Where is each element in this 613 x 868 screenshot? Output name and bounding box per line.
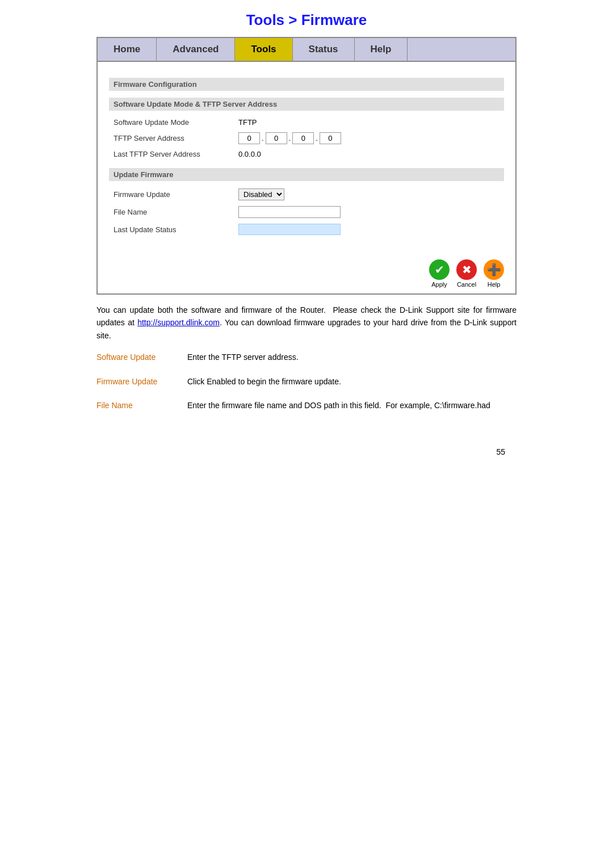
help-intro: You can update both the software and fir… [96,304,517,342]
file-name-row: File Name [109,203,504,221]
firmware-config-title: Firmware Configuration [109,78,504,91]
software-section-header: Software Update Mode & TFTP Server Addre… [109,98,504,111]
nav-tools[interactable]: Tools [235,38,292,61]
tftp-octet-4[interactable] [320,132,341,144]
tftp-octet-1[interactable] [238,132,260,144]
tftp-server-address-label: TFTP Server Address [109,129,234,147]
help-icon: ➕ [484,259,504,280]
software-update-label: Software Update [96,351,187,375]
software-update-desc: Enter the TFTP server address. [187,351,517,375]
apply-button[interactable]: ✔ Apply [429,259,450,288]
nav-help[interactable]: Help [355,38,408,61]
router-ui: Home Advanced Tools Status Help Firmware… [96,37,517,295]
help-item-file-name: File Name Enter the firmware file name a… [96,399,517,423]
last-update-status-input [238,224,341,235]
last-tftp-value: 0.0.0.0 [234,147,504,161]
firmware-update-label: Firmware Update [96,375,187,399]
tftp-octet-3[interactable] [292,132,314,144]
cancel-label: Cancel [457,281,476,288]
file-name-input[interactable] [238,206,341,218]
help-link[interactable]: http://support.dlink.com [137,318,220,327]
page-number: 55 [96,446,517,458]
page-title: Tools > Firmware [23,11,590,29]
tftp-inputs: . . . [238,132,499,144]
last-update-status-row: Last Update Status [109,221,504,238]
software-update-mode-row: Software Update Mode TFTP [109,115,504,129]
update-firmware-table: Firmware Update Disabled Enabled File Na… [109,186,504,238]
firmware-update-label: Firmware Update [109,186,234,203]
last-update-status-label: Last Update Status [109,221,234,238]
nav-status[interactable]: Status [293,38,355,61]
help-button[interactable]: ➕ Help [484,259,504,288]
apply-icon: ✔ [429,259,450,280]
cancel-icon: ✖ [456,259,477,280]
file-name-help-desc: Enter the firmware file name and DOS pat… [187,399,517,423]
apply-label: Apply [431,281,447,288]
help-text-area: You can update both the software and fir… [96,304,517,459]
button-row: ✔ Apply ✖ Cancel ➕ Help [98,251,515,293]
nav-bar: Home Advanced Tools Status Help [98,38,515,62]
help-items: Software Update Enter the TFTP server ad… [96,351,517,423]
update-firmware-header: Update Firmware [109,168,504,181]
nav-advanced[interactable]: Advanced [157,38,235,61]
tftp-server-address-row: TFTP Server Address . . . [109,129,504,147]
firmware-update-row: Firmware Update Disabled Enabled [109,186,504,203]
firmware-update-select[interactable]: Disabled Enabled [238,188,284,200]
file-name-label: File Name [109,203,234,221]
tftp-octet-2[interactable] [266,132,287,144]
software-form-table: Software Update Mode TFTP TFTP Server Ad… [109,115,504,161]
help-item-software-update: Software Update Enter the TFTP server ad… [96,351,517,375]
file-name-help-label: File Name [96,399,187,423]
firmware-update-desc: Click Enabled to begin the firmware upda… [187,375,517,399]
help-label: Help [488,281,501,288]
last-tftp-label: Last TFTP Server Address [109,147,234,161]
nav-home[interactable]: Home [98,38,157,61]
last-tftp-row: Last TFTP Server Address 0.0.0.0 [109,147,504,161]
cancel-button[interactable]: ✖ Cancel [456,259,477,288]
software-update-mode-label: Software Update Mode [109,115,234,129]
help-item-firmware-update: Firmware Update Click Enabled to begin t… [96,375,517,399]
content-area: Firmware Configuration Software Update M… [98,62,515,251]
software-update-mode-value: TFTP [234,115,504,129]
